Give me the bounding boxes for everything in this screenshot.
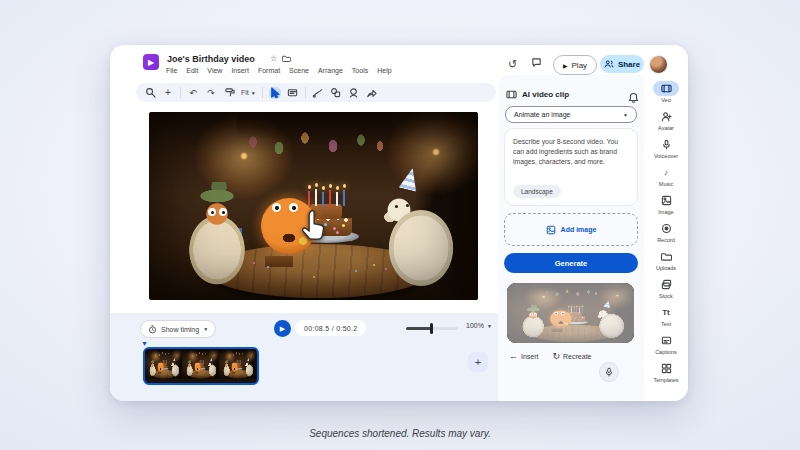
rail-item-image[interactable]: Image [646,193,686,215]
show-timing-chip[interactable]: Show timing ▼ [140,320,216,338]
pen-tool-icon[interactable] [312,87,324,99]
timeline-play-button[interactable]: ▶ [274,320,291,337]
menu-arrange[interactable]: Arrange [318,67,343,74]
ai-mode-select[interactable]: Animate an image ▼ [505,106,637,123]
scene-hanging-flowers [237,112,392,160]
rail-item-templates[interactable]: Templates [646,361,686,383]
menu-view[interactable]: View [207,67,222,74]
rail-item-veo[interactable]: Veo [646,81,686,103]
menu-format[interactable]: Format [258,67,280,74]
rail-item-stock[interactable]: Stock [646,277,686,299]
toolbar-divider [180,87,181,98]
zoom-add-icon[interactable]: + [162,87,174,99]
scene-puppet-middle [158,363,164,372]
share-arrow-icon[interactable] [366,87,378,99]
scene-table-confetti [156,370,174,375]
comment-icon[interactable] [531,57,542,71]
scene-birthday-cake [236,364,242,369]
select-tool-icon[interactable] [269,87,281,99]
recreate-button[interactable]: ↻Recreate [553,351,592,361]
chevron-down-icon: ▼ [487,323,492,329]
scene-table-confetti [193,370,211,375]
clip-frame [145,349,182,379]
page-background: ▶ Joe's Birthday video ☆ FileEditViewIns… [0,0,800,450]
redo-icon[interactable]: ↷ [205,87,217,99]
prompt-placeholder-text: Describe your 8-second video. You can ad… [513,137,629,168]
scene-table-confetti [245,246,405,280]
scene-cake-plate [198,368,205,370]
rail-item-captions[interactable]: Captions [646,333,686,355]
add-image-button[interactable]: Add image [504,213,638,246]
zoom-slider[interactable] [406,327,458,330]
toolbar-divider [305,87,306,98]
mic-wave-icon [653,137,679,152]
move-folder-icon[interactable] [282,54,291,65]
star-icon[interactable]: ☆ [270,54,277,63]
arrow-left-icon: ← [509,351,518,361]
textbox-tool-icon[interactable] [287,87,299,99]
person-plus-icon [653,109,679,124]
insert-button[interactable]: ←Insert [509,351,539,361]
undo-icon[interactable]: ↶ [187,87,199,99]
rail-item-text[interactable]: TtText [646,305,686,327]
scene-party-hat [173,358,176,362]
vids-logo-icon[interactable]: ▶ [143,54,159,70]
rail-item-label: Record [657,237,675,243]
scene-table [207,244,431,298]
menu-tools[interactable]: Tools [352,67,368,74]
generated-clip-thumbnail[interactable] [507,283,634,343]
rail-item-avatar[interactable]: Avatar [646,109,686,131]
chevron-down-icon: ▼ [251,90,256,96]
fit-zoom-select[interactable]: Fit▼ [241,89,256,96]
image-icon [653,193,679,208]
scene-puppet-middle [195,363,201,372]
rail-item-record[interactable]: Record [646,221,686,243]
add-scene-button[interactable]: + [468,352,488,372]
film-clip-icon [506,89,517,100]
rail-item-voiceover[interactable]: Voiceover [646,137,686,159]
voice-input-button[interactable] [599,362,619,382]
scene-puppet-left [148,360,158,378]
aspect-ratio-chip[interactable]: Landscape [513,185,561,198]
templates-grid-icon [653,361,679,376]
scene-table [225,370,250,379]
search-icon[interactable] [144,87,156,99]
film-sparkle-icon [653,81,679,96]
webcam-record-icon[interactable] [348,87,360,99]
prompt-card[interactable]: Describe your 8-second video. You can ad… [504,128,638,206]
user-avatar[interactable] [649,55,668,74]
version-history-icon[interactable]: ↺ [508,57,517,71]
generate-button[interactable]: Generate [504,253,638,273]
clip-frame [219,349,256,379]
rail-item-label: Stock [659,293,673,299]
microphone-icon [604,367,614,377]
scene-hanging-flowers [229,349,246,357]
scene-puppet-left [222,360,232,378]
scene-party-hat [399,166,422,192]
zoom-slider-thumb[interactable] [430,323,433,334]
menu-insert[interactable]: Insert [231,67,249,74]
menu-file[interactable]: File [166,67,177,74]
play-button[interactable]: ▶ Play [553,55,597,75]
menu-help[interactable]: Help [377,67,391,74]
captions-icon [653,333,679,348]
video-frame[interactable] [149,112,478,300]
scene-cake-plate [293,230,359,243]
thumbnail-wash-overlay [507,283,634,343]
menu-edit[interactable]: Edit [186,67,198,74]
paint-format-icon[interactable] [223,87,235,99]
share-button[interactable]: Share [600,55,644,73]
timeline-clip-selected[interactable] [143,347,259,385]
editor-toolbar: + ↶ ↷ Fit▼ [136,83,496,102]
scene-puppet-sheep [369,184,469,299]
video-scene [182,349,219,379]
zoom-level-select[interactable]: 100% ▼ [466,322,492,329]
rail-item-uploads[interactable]: Uploads [646,249,686,271]
document-title[interactable]: Joe's Birthday video [167,54,255,64]
video-scene [219,349,256,379]
notifications-bell-icon[interactable] [628,89,639,107]
menu-scene[interactable]: Scene [289,67,309,74]
shapes-tool-icon[interactable] [330,87,342,99]
rail-item-music[interactable]: ♪Music [646,165,686,187]
image-icon [546,225,556,235]
